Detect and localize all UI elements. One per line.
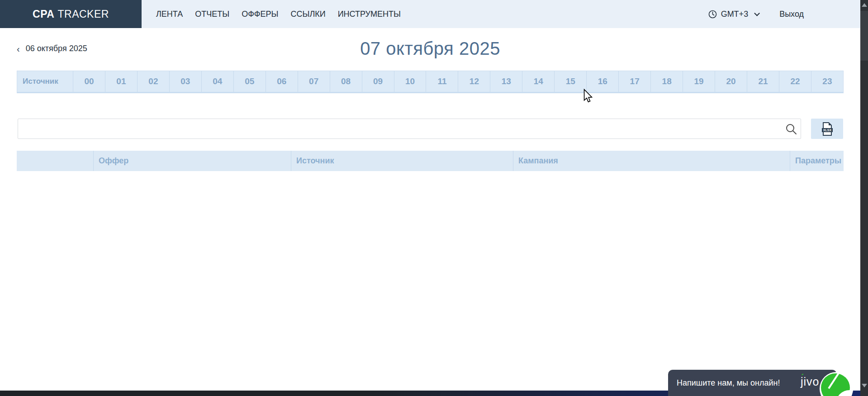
page-title: 07 октября 2025 xyxy=(17,38,844,59)
hour-col-20[interactable]: 20 xyxy=(715,71,747,92)
results-col-campaign: Кампания xyxy=(513,151,790,171)
nav-item-links[interactable]: ССЫЛКИ xyxy=(291,10,326,19)
chat-message: Напишите нам, мы онлайн! xyxy=(668,378,780,388)
logo-rest-text: TRACKER xyxy=(57,8,109,20)
hour-col-12[interactable]: 12 xyxy=(458,71,490,92)
timezone-label: GMT+3 xyxy=(721,10,749,19)
hour-col-00[interactable]: 00 xyxy=(73,71,105,92)
prev-day-link[interactable]: ‹ 06 октября 2025 xyxy=(17,44,87,53)
jivo-leaf-accent-icon: ˊ xyxy=(801,373,805,382)
chevron-left-icon: ‹ xyxy=(17,44,20,53)
logout-link[interactable]: Выход xyxy=(779,10,804,19)
xlsx-file-icon: XLSX xyxy=(821,122,833,136)
nav-item-tools[interactable]: ИНСТРУМЕНТЫ xyxy=(338,10,401,19)
hour-col-15[interactable]: 15 xyxy=(554,71,586,92)
hour-col-17[interactable]: 17 xyxy=(618,71,650,92)
main-nav: ЛЕНТА ОТЧЕТЫ ОФФЕРЫ ССЫЛКИ ИНСТРУМЕНТЫ xyxy=(156,10,401,19)
hour-col-18[interactable]: 18 xyxy=(650,71,683,92)
prev-day-label: 06 октября 2025 xyxy=(26,44,87,53)
hours-header-row: Источник 00 01 02 03 04 05 06 07 08 09 1… xyxy=(17,71,844,93)
app-logo[interactable]: CPA TRACKER xyxy=(0,0,142,28)
nav-item-reports[interactable]: ОТЧЕТЫ xyxy=(195,10,229,19)
hour-col-19[interactable]: 19 xyxy=(683,71,715,92)
hour-col-01[interactable]: 01 xyxy=(105,71,137,92)
search-input[interactable] xyxy=(18,119,801,139)
timezone-selector[interactable]: GMT+3 xyxy=(708,10,759,19)
results-col-params: Параметры xyxy=(790,151,844,171)
hour-col-14[interactable]: 14 xyxy=(522,71,554,92)
jivo-logo: ˊjivo xyxy=(801,376,820,387)
hour-col-13[interactable]: 13 xyxy=(490,71,522,92)
results-col-source: Источник xyxy=(291,151,513,171)
hour-col-10[interactable]: 10 xyxy=(394,71,426,92)
hour-col-03[interactable]: 03 xyxy=(169,71,201,92)
hour-col-09[interactable]: 09 xyxy=(362,71,394,92)
hours-source-header: Источник xyxy=(17,71,73,92)
hour-col-02[interactable]: 02 xyxy=(137,71,169,92)
results-table-header: Оффер Источник Кампания Параметры xyxy=(17,151,844,171)
chat-widget[interactable]: Напишите нам, мы онлайн! ˊjivo xyxy=(668,370,837,396)
topbar-right-controls: GMT+3 Выход xyxy=(708,10,860,19)
scroll-down-arrow-icon[interactable] xyxy=(862,384,867,387)
hour-col-16[interactable]: 16 xyxy=(586,71,618,92)
hour-col-23[interactable]: 23 xyxy=(811,71,843,92)
clock-icon xyxy=(708,10,717,19)
cpa-tracker-page: CPA TRACKER ЛЕНТА ОТЧЕТЫ ОФФЕРЫ ССЫЛКИ И… xyxy=(0,0,868,396)
logo-bold-text: CPA xyxy=(33,8,54,20)
date-navigation: ‹ 06 октября 2025 07 октября 2025 xyxy=(17,38,844,59)
hour-col-06[interactable]: 06 xyxy=(266,71,298,92)
hour-col-08[interactable]: 08 xyxy=(330,71,362,92)
nav-item-offers[interactable]: ОФФЕРЫ xyxy=(242,10,278,19)
hour-col-04[interactable]: 04 xyxy=(201,71,233,92)
scrollbar-thumb[interactable] xyxy=(860,11,868,61)
results-col-offer: Оффер xyxy=(93,151,291,171)
vertical-scrollbar[interactable] xyxy=(860,0,868,396)
chevron-down-icon xyxy=(754,10,760,16)
search-icon[interactable] xyxy=(785,123,797,135)
export-xlsx-button[interactable]: XLSX xyxy=(811,119,843,139)
hour-col-11[interactable]: 11 xyxy=(426,71,458,92)
results-col-empty xyxy=(17,151,93,171)
nav-item-lenta[interactable]: ЛЕНТА xyxy=(156,10,183,19)
svg-text:XLSX: XLSX xyxy=(823,129,831,132)
hour-col-21[interactable]: 21 xyxy=(747,71,779,92)
scroll-up-arrow-icon[interactable] xyxy=(862,3,867,7)
hour-col-07[interactable]: 07 xyxy=(298,71,330,92)
hour-col-22[interactable]: 22 xyxy=(779,71,811,92)
hour-col-05[interactable]: 05 xyxy=(233,71,266,92)
top-navigation-bar: CPA TRACKER ЛЕНТА ОТЧЕТЫ ОФФЕРЫ ССЫЛКИ И… xyxy=(0,0,860,28)
